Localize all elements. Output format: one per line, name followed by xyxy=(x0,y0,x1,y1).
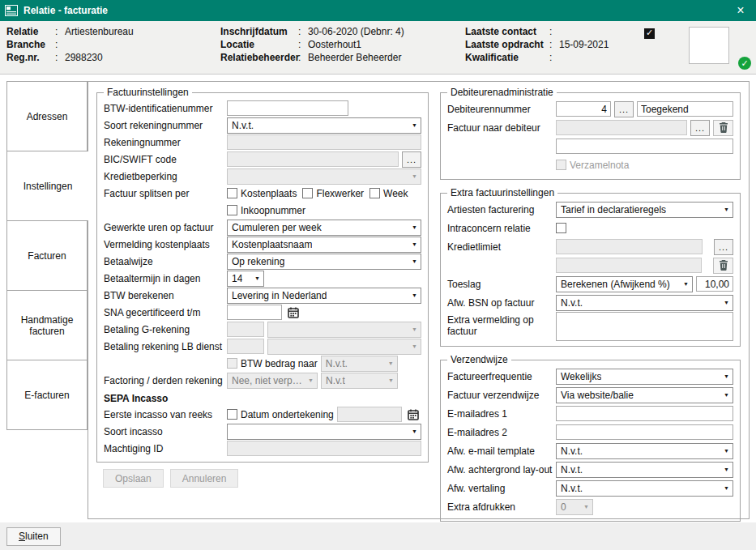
kredietlimiet-delete-button[interactable] xyxy=(713,258,733,274)
artiesten-facturering-select[interactable]: Tarief in declaratieregels xyxy=(556,202,733,218)
trash-icon xyxy=(719,122,728,133)
right-column: Debiteurenadministratie Debiteurennummer… xyxy=(440,87,741,512)
chevron-down-icon xyxy=(412,241,417,247)
tab-e-facturen[interactable]: E-facturen xyxy=(6,360,88,430)
datum-ondertekening-input xyxy=(337,407,402,422)
gewerkte-uren-select[interactable]: Cumuleren per week xyxy=(227,220,421,236)
datum-ondertekening-label: Datum ondertekening xyxy=(241,409,334,420)
chevron-down-icon xyxy=(724,467,729,472)
btw-berekenen-select[interactable]: Levering in Nederland xyxy=(227,288,421,304)
soort-incasso-label: Soort incasso xyxy=(104,426,227,437)
kwalificatie-value xyxy=(559,52,650,63)
form-actions: Opslaan Annuleren xyxy=(96,469,429,488)
tab-facturen[interactable]: Facturen xyxy=(6,220,88,291)
afw-vertaling-select[interactable]: N.v.t. xyxy=(556,480,733,497)
soort-rekeningnummer-select[interactable]: N.v.t. xyxy=(227,117,421,134)
tab-handmatige-facturen[interactable]: Handmatige facturen xyxy=(6,290,88,360)
afw-achtergrond-select[interactable]: N.v.t. xyxy=(556,462,733,478)
tab-instellingen[interactable]: Instellingen xyxy=(6,151,88,221)
factuur-verzendwijze-select[interactable]: Via website/balie xyxy=(556,387,733,403)
betaaltermijn-select[interactable]: 14 xyxy=(227,271,264,287)
kostenplaats-checkbox[interactable] xyxy=(227,188,237,198)
factoring-label: Factoring / derden rekening xyxy=(104,375,227,386)
extra-vermelding-label: Extra vermelding op factuur xyxy=(447,312,556,337)
chevron-down-icon xyxy=(412,326,417,332)
betaling-g-rekening-label: Betaling G-rekening xyxy=(104,324,227,335)
datum-ondertekening-calendar-button[interactable] xyxy=(405,407,421,423)
flexwerker-checkbox[interactable] xyxy=(302,188,313,198)
betaalwijze-select[interactable]: Op rekening xyxy=(227,254,421,270)
debiteur-extra-input[interactable] xyxy=(556,139,733,154)
soort-rekeningnummer-label: Soort rekeningnummer xyxy=(104,120,227,131)
chevron-down-icon xyxy=(724,448,729,454)
factuur-naar-debiteur-delete-button[interactable] xyxy=(713,120,733,136)
intraconcern-checkbox[interactable] xyxy=(556,223,566,233)
app-icon xyxy=(5,5,18,16)
close-icon[interactable]: × xyxy=(730,0,751,21)
kwalificatie-label: Kwalificatie xyxy=(465,52,548,63)
factureerfrequentie-select[interactable]: Wekelijks xyxy=(556,369,733,385)
left-column: Factuurinstellingen BTW-identificatienum… xyxy=(96,87,429,512)
sluiten-button[interactable]: Sluiten xyxy=(6,527,61,546)
btw-bedrag-checkbox xyxy=(227,358,237,369)
chevron-down-icon xyxy=(254,275,260,281)
betaling-lb-label: Betaling rekening LB dienst xyxy=(104,341,227,352)
extra-factuurinstellingen-legend: Extra factuurinstellingen xyxy=(447,187,557,198)
soort-incasso-select[interactable] xyxy=(227,424,421,440)
chevron-down-icon xyxy=(388,360,394,366)
inkoopnummer-checkbox-label: Inkoopnummer xyxy=(241,205,305,216)
debiteurennummer-label: Debiteurennummer xyxy=(447,104,556,115)
sna-date-input[interactable] xyxy=(227,305,282,320)
header-checkbox[interactable] xyxy=(644,28,655,39)
bic-browse-button[interactable]: ... xyxy=(402,151,421,168)
sidebar-tabs: Adressen Instellingen Facturen Handmatig… xyxy=(6,81,88,519)
btw-berekenen-label: BTW berekenen xyxy=(104,290,227,301)
laatste-contact-value xyxy=(559,26,650,37)
chevron-down-icon xyxy=(724,485,729,491)
calendar-icon xyxy=(288,307,299,318)
window-title: Relatie - facturatie xyxy=(23,5,108,16)
betaaltermijn-label: Betaaltermijn in dagen xyxy=(104,273,227,284)
instellingen-panel: Factuurinstellingen BTW-identificatienum… xyxy=(88,81,750,519)
toeslag-select[interactable]: Berekenen (Afwijkend %) xyxy=(556,276,693,292)
debiteurennummer-input[interactable] xyxy=(556,101,611,117)
afw-vertaling-label: Afw. vertaling xyxy=(447,483,556,494)
emailadres2-input[interactable] xyxy=(556,424,733,440)
relatie-value: Artiestenbureau xyxy=(65,26,220,37)
inkoopnummer-checkbox[interactable] xyxy=(227,205,237,215)
afw-email-template-select[interactable]: N.v.t. xyxy=(556,443,733,459)
chevron-down-icon xyxy=(724,300,729,305)
btw-id-label: BTW-identificatienummer xyxy=(104,103,227,114)
kredietlimiet-input xyxy=(556,239,703,254)
vermelding-kostenplaats-select[interactable]: Kostenplaatsnaam xyxy=(227,237,421,253)
regnr-value: 2988230 xyxy=(65,52,220,63)
factuur-naar-debiteur-browse-button[interactable]: ... xyxy=(690,120,710,136)
locatie-label: Locatie xyxy=(220,39,297,50)
afw-bsn-select[interactable]: N.v.t. xyxy=(556,295,733,311)
kredietbeperking-label: Kredietbeperking xyxy=(104,171,227,182)
extra-vermelding-textarea[interactable] xyxy=(556,312,733,341)
chevron-down-icon xyxy=(412,343,417,349)
tab-adressen[interactable]: Adressen xyxy=(6,81,88,151)
debiteurennummer-browse-button[interactable]: ... xyxy=(614,101,634,117)
chevron-down-icon xyxy=(412,173,417,179)
artiesten-facturering-label: Artiesten facturering xyxy=(447,204,556,215)
factuurinstellingen-legend: Factuurinstellingen xyxy=(104,87,192,98)
toeslag-percentage-input[interactable] xyxy=(696,276,733,292)
relatiebeheerder-value: Beheerder Beheerder xyxy=(308,52,465,63)
sepa-incasso-heading: SEPA Incasso xyxy=(104,393,421,404)
btw-id-input[interactable] xyxy=(227,100,348,116)
bic-swift-input xyxy=(227,151,399,167)
sna-calendar-button[interactable] xyxy=(285,305,301,321)
emailadres1-input[interactable] xyxy=(556,406,733,421)
opslaan-button[interactable]: Opslaan xyxy=(103,469,164,488)
kredietlimiet-browse-button[interactable]: ... xyxy=(714,239,733,255)
week-checkbox[interactable] xyxy=(369,188,380,198)
qualification-ok-icon xyxy=(738,57,751,70)
eerste-incasso-checkbox[interactable] xyxy=(227,409,237,420)
annuleren-button[interactable]: Annuleren xyxy=(170,469,239,488)
regnr-label: Reg.nr. xyxy=(6,52,53,63)
bic-swift-label: BIC/SWIFT code xyxy=(104,154,227,165)
chevron-down-icon xyxy=(412,428,417,434)
debiteurenadministratie-legend: Debiteurenadministratie xyxy=(447,87,557,98)
